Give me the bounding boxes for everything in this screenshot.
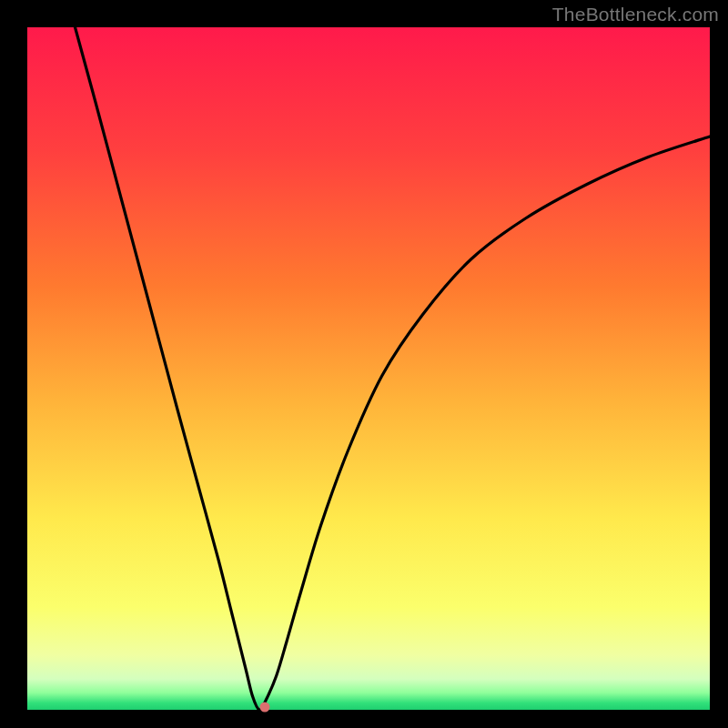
watermark-text: TheBottleneck.com bbox=[552, 4, 719, 25]
optimal-point-marker bbox=[260, 703, 270, 713]
chart-stage: TheBottleneck.com bbox=[0, 0, 728, 728]
plot-background bbox=[27, 27, 710, 710]
bottleneck-chart bbox=[0, 0, 728, 728]
